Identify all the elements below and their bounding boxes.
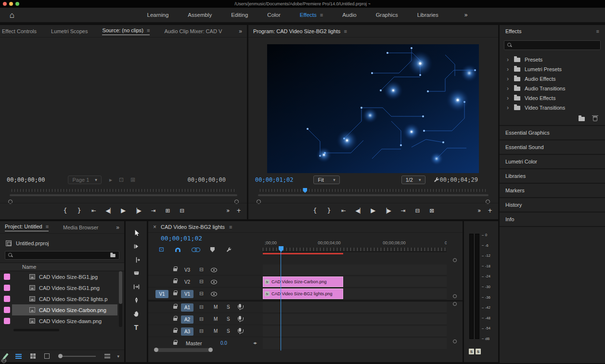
add-button[interactable]: + (236, 207, 241, 214)
overwrite-button[interactable]: ⊟ (180, 207, 184, 214)
clip-v2[interactable]: fx CAD Video Size-Carbon.png (263, 276, 343, 287)
workspace-tab-color[interactable]: Color (257, 8, 290, 22)
label-color-chip[interactable] (4, 285, 10, 291)
mute-button[interactable]: M (214, 304, 218, 310)
mark-in-button[interactable]: { (63, 207, 67, 214)
workspace-menu-icon[interactable]: ≡ (320, 12, 323, 18)
label-color-chip[interactable] (4, 307, 10, 313)
label-color-chip[interactable] (4, 296, 10, 302)
mute-button[interactable]: M (214, 328, 218, 334)
tab-effect-controls[interactable]: Effect Controls (2, 28, 37, 34)
source-zoom-bar[interactable] (10, 194, 237, 196)
workspace-tab-effects[interactable]: Effects≡ (290, 8, 333, 22)
chevron-right-icon[interactable]: › (506, 56, 510, 63)
fx-badge-icon[interactable]: fx (265, 279, 270, 284)
panel-menu-icon[interactable]: ≡ (46, 224, 49, 229)
solo-right-button[interactable]: S (476, 349, 481, 354)
panel-markers[interactable]: Markers (500, 184, 605, 197)
scrollbar-thumb[interactable] (119, 271, 122, 304)
effects-group-audio-transitions[interactable]: › Audio Transitions (500, 84, 605, 93)
pen-tool-button[interactable] (130, 295, 142, 305)
panel-menu-icon[interactable]: ≡ (229, 224, 232, 230)
insert-button[interactable]: ⊞ (166, 207, 170, 214)
tab-lumetri-scopes[interactable]: Lumetri Scopes (51, 28, 88, 34)
sync-lock-icon[interactable]: ⊟ (199, 316, 204, 322)
add-marker-icon[interactable] (210, 247, 215, 252)
panel-tab-overflow-button[interactable]: » (116, 224, 119, 231)
step-forward-button[interactable]: |▶ (386, 207, 391, 214)
panel-menu-icon[interactable]: ≡ (344, 28, 347, 34)
project-search-box[interactable] (5, 251, 119, 260)
lane-a3[interactable] (263, 326, 447, 337)
fx-badge-icon[interactable]: fx (265, 291, 270, 296)
lock-icon[interactable] (173, 268, 177, 271)
solo-left-button[interactable]: S (469, 349, 474, 354)
razor-tool-button[interactable] (130, 268, 142, 278)
slip-tool-button[interactable] (130, 282, 142, 292)
project-item[interactable]: CAD Video Size-BG2 lights.p (0, 293, 124, 304)
zoom-slider[interactable] (58, 356, 96, 357)
track-button-a3[interactable]: A3 (181, 327, 193, 336)
effects-group-audio-effects[interactable]: › Audio Effects (500, 74, 605, 84)
voiceover-mic-icon[interactable] (239, 316, 241, 320)
track-button-v2[interactable]: V2 (181, 278, 193, 286)
project-list-header[interactable]: Name (0, 263, 124, 271)
panel-menu-icon[interactable]: ≡ (147, 27, 150, 33)
search-in-bin-icon[interactable] (110, 253, 115, 257)
solo-button[interactable]: S (227, 304, 230, 310)
chevron-right-icon[interactable]: › (506, 75, 510, 82)
workspace-tab-learning[interactable]: Learning (138, 8, 179, 22)
go-to-out-button[interactable]: ⇥ (401, 207, 405, 214)
effects-group-lumetri-presets[interactable]: › Lumetri Presets (500, 64, 605, 74)
delete-icon[interactable] (593, 116, 597, 121)
sync-lock-icon[interactable]: ⊟ (199, 328, 204, 334)
project-file-row[interactable]: Untitled.prproj (0, 238, 124, 249)
project-item[interactable]: CAD Video Size-BG1.jpg (0, 271, 124, 282)
panel-tab-overflow-button[interactable]: » (239, 28, 242, 35)
lift-button[interactable]: ⊟ (415, 207, 420, 214)
transport-overflow-button[interactable]: » (226, 207, 230, 214)
lock-icon[interactable] (173, 318, 177, 321)
vertical-scroll-handle[interactable] (453, 302, 457, 306)
lane-v3[interactable] (263, 264, 447, 276)
vertical-scroll-handle[interactable] (453, 258, 457, 262)
master-gain-value[interactable]: 0.0 (220, 340, 227, 346)
panel-libraries[interactable]: Libraries (500, 169, 605, 183)
solo-button[interactable]: S (227, 328, 230, 334)
mark-out-button[interactable]: } (77, 207, 81, 214)
sync-lock-icon[interactable]: ⊟ (199, 266, 204, 273)
name-column-header[interactable]: Name (22, 264, 36, 270)
panel-essential-graphics[interactable]: Essential Graphics (500, 126, 605, 139)
toggle-track-output-icon[interactable] (211, 292, 217, 296)
solo-button[interactable]: S (227, 316, 230, 322)
sync-lock-icon[interactable]: ⊟ (199, 278, 204, 285)
track-button-v1[interactable]: V1 (181, 290, 193, 298)
project-item[interactable]: CAD Video Size-BG1.png (0, 282, 124, 293)
lane-a2[interactable] (263, 314, 447, 325)
tab-audio-clip-mixer[interactable]: Audio Clip Mixer: CAD V (164, 28, 222, 34)
workspace-tab-libraries[interactable]: Libraries (408, 8, 448, 22)
workspace-tab-audio[interactable]: Audio (333, 8, 366, 22)
project-item-selected[interactable]: CAD Video Size-Carbon.png (0, 304, 124, 315)
extract-button[interactable]: ⊠ (429, 207, 434, 214)
tab-media-browser[interactable]: Media Browser (63, 225, 98, 230)
source-scrubber[interactable] (8, 188, 239, 198)
go-to-out-button[interactable]: ⇥ (151, 207, 155, 214)
step-back-button[interactable]: ◀| (355, 207, 360, 214)
effects-search-box[interactable] (504, 40, 601, 50)
chevron-right-icon[interactable]: › (506, 95, 510, 101)
workspace-tab-editing[interactable]: Editing (221, 8, 257, 22)
chevron-right-icon[interactable]: › (506, 66, 510, 73)
lock-icon[interactable] (173, 292, 177, 295)
close-window-button[interactable] (3, 2, 7, 6)
list-view-icon[interactable] (15, 354, 22, 359)
lock-icon[interactable] (173, 330, 177, 333)
mute-button[interactable]: M (214, 316, 218, 322)
track-select-forward-tool-button[interactable] (130, 241, 142, 251)
workspace-tab-graphics[interactable]: Graphics (366, 8, 408, 22)
source-current-timecode[interactable]: 00;00;00;00 (7, 176, 45, 183)
project-horizontal-scrollbar[interactable] (13, 329, 59, 331)
step-forward-button[interactable]: |▶ (136, 207, 141, 214)
program-scrubber[interactable] (256, 188, 490, 198)
lock-icon[interactable] (173, 280, 177, 283)
